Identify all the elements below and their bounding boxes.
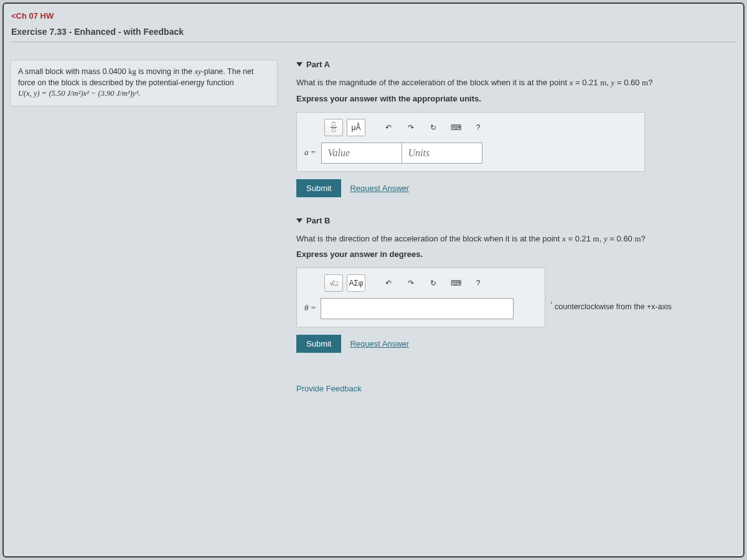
prompt-var: xy [194, 67, 201, 76]
part-b-answer-box: √□ ΑΣφ ↶ ↷ ↻ ⌨ ? θ = [296, 268, 545, 327]
redo-button[interactable]: ↷ [402, 119, 420, 136]
problem-statement: A small block with mass 0.0400 kg is mov… [10, 60, 278, 106]
help-button[interactable]: ? [469, 274, 487, 292]
provide-feedback-link[interactable]: Provide Feedback [296, 384, 362, 393]
breadcrumb-text: Ch 07 HW [16, 11, 54, 21]
part-label: Part A [306, 60, 330, 69]
reset-button[interactable]: ↻ [424, 274, 443, 292]
collapse-icon [296, 62, 303, 67]
content-area: A small block with mass 0.0400 kg is mov… [10, 42, 737, 393]
submit-button[interactable]: Submit [296, 179, 341, 197]
units-suffix: ° counterclockwise from the +x-axis [545, 268, 672, 311]
prompt-text: A small block with mass 0.0400 [18, 67, 128, 76]
variable-label-a: a = [304, 142, 321, 164]
keyboard-button[interactable]: ⌨ [446, 274, 465, 292]
reset-button[interactable]: ↻ [424, 119, 443, 136]
request-answer-link[interactable]: Request Answer [350, 184, 409, 193]
part-b-header[interactable]: Part B [296, 216, 731, 225]
part-b-input-row: θ = [304, 298, 537, 319]
part-a-toolbar: □□ μÅ ↶ ↷ ↻ ⌨ ? [304, 119, 637, 136]
submit-button[interactable]: Submit [296, 335, 341, 353]
part-b-actions: Submit Request Answer [296, 335, 731, 353]
request-answer-link[interactable]: Request Answer [350, 339, 409, 348]
problem-column: A small block with mass 0.0400 kg is mov… [10, 60, 278, 393]
units-button[interactable]: μÅ [347, 119, 365, 136]
value-input[interactable] [321, 142, 402, 164]
part-a-question: What is the magnitude of the acceleratio… [296, 77, 731, 89]
part-a-actions: Submit Request Answer [296, 179, 731, 197]
page-title: Exercise 7.33 - Enhanced - with Feedback [10, 26, 737, 42]
part-a-input-row: a = [304, 142, 637, 164]
redo-button[interactable]: ↷ [402, 274, 420, 292]
templates-button[interactable]: √□ [324, 274, 343, 292]
collapse-icon [296, 218, 303, 223]
undo-button[interactable]: ↶ [379, 274, 398, 292]
prompt-unit: kg [128, 67, 136, 76]
keyboard-button[interactable]: ⌨ [446, 119, 465, 136]
angle-input[interactable] [321, 298, 514, 319]
help-button[interactable]: ? [469, 119, 487, 136]
breadcrumb-link[interactable]: <Ch 07 HW [10, 9, 55, 26]
undo-button[interactable]: ↶ [379, 119, 398, 136]
part-a-answer-box: □□ μÅ ↶ ↷ ↻ ⌨ ? a = [296, 112, 645, 172]
part-b-toolbar: √□ ΑΣφ ↶ ↷ ↻ ⌨ ? [304, 274, 537, 292]
templates-button[interactable]: □□ [324, 119, 343, 136]
part-b-instruction: Express your answer in degrees. [296, 250, 731, 259]
part-a-instruction: Express your answer with the appropriate… [296, 94, 731, 103]
part-a-header[interactable]: Part A [296, 60, 731, 69]
greek-button[interactable]: ΑΣφ [347, 274, 365, 292]
prompt-equation: U(x, y) = (5.50 J/m²)x² − (3.90 J/m³)y³. [18, 89, 140, 98]
app-frame: <Ch 07 HW Exercise 7.33 - Enhanced - wit… [2, 2, 745, 558]
answer-column: Part A What is the magnitude of the acce… [296, 60, 737, 393]
chevron-left-icon: < [11, 11, 16, 21]
part-b-question: What is the direction of the acceleratio… [296, 233, 731, 245]
variable-label-theta: θ = [304, 298, 321, 319]
part-label: Part B [306, 216, 330, 225]
prompt-text: is moving in the [136, 67, 195, 76]
units-input[interactable] [402, 142, 482, 164]
